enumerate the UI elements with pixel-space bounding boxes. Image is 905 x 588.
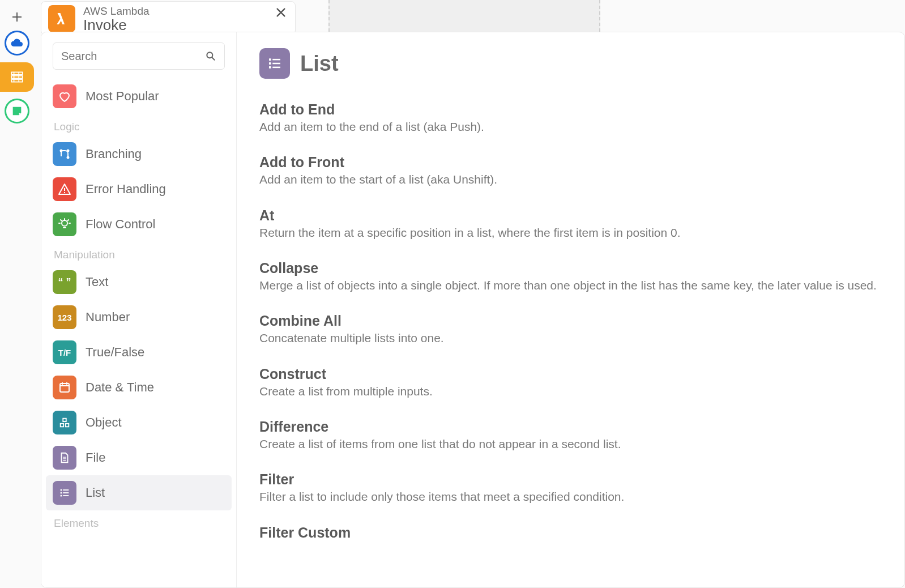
category-item-object[interactable]: Object <box>46 405 232 440</box>
category-item-branching[interactable]: Branching <box>46 137 232 172</box>
function-description: Add an item to the end of a list (aka Pu… <box>259 119 882 135</box>
svg-rect-7 <box>60 384 69 392</box>
bulb-icon <box>53 212 76 236</box>
note-button[interactable] <box>5 99 29 123</box>
canvas-placeholder <box>328 0 600 32</box>
function-at[interactable]: AtReturn the item at a specific position… <box>259 207 882 241</box>
svg-rect-18 <box>272 59 280 61</box>
search-box[interactable] <box>53 42 225 70</box>
function-description: Concatenate multiple lists into one. <box>259 330 882 346</box>
function-name: At <box>259 207 882 224</box>
category-label: Error Handling <box>86 182 166 197</box>
function-description: Add an item to the start of a list (aka … <box>259 172 882 188</box>
category-item-flow-control[interactable]: Flow Control <box>46 207 232 242</box>
function-description: Create a list of items from one list tha… <box>259 436 882 452</box>
function-description: Create a list from multiple inputs. <box>259 384 882 399</box>
function-add-to-front[interactable]: Add to FrontAdd an item to the start of … <box>259 154 882 188</box>
tf-icon: T/F <box>53 340 76 364</box>
function-add-to-end[interactable]: Add to EndAdd an item to the end of a li… <box>259 101 882 135</box>
category-label: Flow Control <box>86 217 155 232</box>
svg-rect-15 <box>61 495 62 497</box>
function-filter[interactable]: FilterFilter a list to include only thos… <box>259 471 882 505</box>
category-label: Date & Time <box>86 380 154 395</box>
svg-rect-12 <box>63 489 69 491</box>
svg-rect-19 <box>269 62 271 65</box>
category-item-true-false[interactable]: T/FTrue/False <box>46 335 232 370</box>
svg-point-1 <box>60 150 63 152</box>
function-collapse[interactable]: CollapseMerge a list of objects into a s… <box>259 260 882 293</box>
123-icon: 123 <box>53 305 76 329</box>
section-header: Manipulation <box>46 242 232 265</box>
quotes-icon: “ ” <box>53 270 76 294</box>
svg-rect-16 <box>63 495 69 496</box>
function-name: Add to Front <box>259 154 882 171</box>
category-label: True/False <box>86 345 144 360</box>
heart-icon <box>53 84 76 108</box>
svg-point-3 <box>67 156 70 159</box>
svg-rect-20 <box>272 63 280 65</box>
category-label: File <box>86 450 105 465</box>
svg-rect-11 <box>61 489 62 491</box>
section-header: Elements <box>46 510 232 533</box>
svg-rect-8 <box>63 419 66 422</box>
category-label: List <box>86 485 105 500</box>
category-item-date-time[interactable]: Date & Time <box>46 370 232 405</box>
category-item-number[interactable]: 123Number <box>46 300 232 335</box>
function-filter-custom[interactable]: Filter Custom <box>259 525 882 541</box>
card-service-name: AWS Lambda <box>83 5 150 18</box>
function-name: Add to End <box>259 101 882 118</box>
category-item-list[interactable]: List <box>46 475 232 510</box>
category-item-most-popular[interactable]: Most Popular <box>46 79 232 114</box>
svg-rect-21 <box>269 66 271 69</box>
lambda-icon <box>48 5 75 32</box>
function-name: Filter <box>259 471 882 488</box>
svg-rect-22 <box>272 67 280 69</box>
left-rail <box>0 0 34 588</box>
svg-rect-4 <box>64 188 65 191</box>
category-item-file[interactable]: File <box>46 440 232 475</box>
close-button[interactable] <box>275 6 287 19</box>
function-list-pane: List Add to EndAdd an item to the end of… <box>237 32 904 587</box>
category-label: Branching <box>86 147 142 161</box>
svg-point-6 <box>62 220 67 226</box>
add-button[interactable] <box>10 10 24 24</box>
function-name: Filter Custom <box>259 525 882 541</box>
search-icon <box>205 50 216 62</box>
svg-rect-17 <box>269 58 271 61</box>
function-construct[interactable]: ConstructCreate a list from multiple inp… <box>259 366 882 399</box>
pane-header: List <box>259 48 882 79</box>
function-name: Combine All <box>259 313 882 329</box>
svg-rect-5 <box>64 192 65 193</box>
svg-rect-14 <box>63 492 69 493</box>
function-picker-panel: Most PopularLogicBranchingError Handling… <box>41 32 905 588</box>
category-sidebar: Most PopularLogicBranchingError Handling… <box>41 32 237 587</box>
list-icon <box>259 48 290 79</box>
svg-rect-9 <box>61 424 64 427</box>
function-description: Return the item at a specific position i… <box>259 225 882 241</box>
function-name: Difference <box>259 419 882 435</box>
svg-rect-13 <box>61 492 62 494</box>
function-difference[interactable]: DifferenceCreate a list of items from on… <box>259 419 882 452</box>
category-label: Object <box>86 415 122 430</box>
cloud-node-button[interactable] <box>5 31 29 56</box>
search-input[interactable] <box>61 50 205 63</box>
function-name: Construct <box>259 366 882 382</box>
warning-icon <box>53 177 76 201</box>
function-description: Filter a list to include only those item… <box>259 489 882 505</box>
category-label: Text <box>86 275 108 289</box>
card-header: AWS Lambda Invoke <box>41 1 296 35</box>
function-name: Collapse <box>259 260 882 276</box>
category-label: Most Popular <box>86 89 159 104</box>
data-table-button[interactable] <box>0 62 34 92</box>
category-item-text[interactable]: “ ”Text <box>46 265 232 300</box>
file-icon <box>53 446 76 470</box>
category-item-error-handling[interactable]: Error Handling <box>46 172 232 207</box>
svg-rect-10 <box>66 424 69 427</box>
calendar-icon <box>53 376 76 399</box>
category-label: Number <box>86 310 130 325</box>
function-description: Merge a list of objects into a single ob… <box>259 278 882 293</box>
branch-icon <box>53 142 76 166</box>
shapes-icon <box>53 411 76 434</box>
section-header: Logic <box>46 114 232 137</box>
function-combine-all[interactable]: Combine AllConcatenate multiple lists in… <box>259 313 882 346</box>
